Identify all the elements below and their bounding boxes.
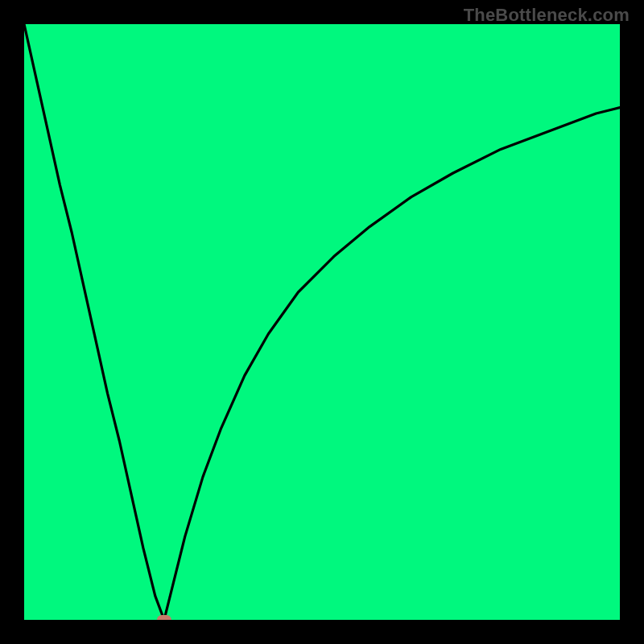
chart-svg (24, 24, 620, 620)
plot-area (24, 24, 620, 620)
chart-frame: TheBottleneck.com (0, 0, 644, 644)
watermark-text: TheBottleneck.com (464, 5, 630, 26)
gradient-background (24, 24, 620, 620)
